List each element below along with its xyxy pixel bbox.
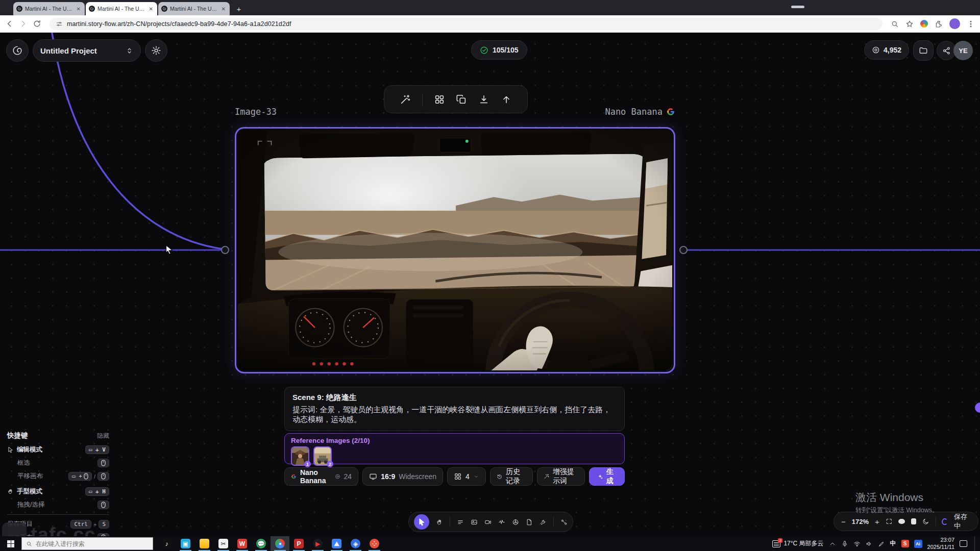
dark-mode-moon-icon[interactable] xyxy=(922,517,929,525)
taskbar-app-wps[interactable]: W xyxy=(233,536,252,551)
zoom-out-button[interactable]: − xyxy=(841,517,846,526)
zoom-icon[interactable] xyxy=(891,20,899,28)
dock-divider xyxy=(450,517,450,527)
illustrator-icon[interactable]: Ai xyxy=(914,540,922,548)
share-app-icon: ⁘ xyxy=(370,539,379,548)
zoom-in-button[interactable]: + xyxy=(875,517,879,526)
rectangle-tool-icon[interactable] xyxy=(911,518,916,524)
browser-tab-1[interactable]: Martini AI - The Ultimate AI ✕ xyxy=(13,2,85,15)
taskbar-app-explorer[interactable] xyxy=(195,536,214,551)
chevron-down-icon xyxy=(473,473,479,480)
pen-input-icon[interactable] xyxy=(878,540,885,547)
forward-icon[interactable] xyxy=(19,19,28,28)
hand-tool-icon[interactable] xyxy=(436,517,443,527)
taskbar-app-share-tool[interactable]: ⁘ xyxy=(365,536,384,551)
project-selector[interactable]: Untitled Project xyxy=(33,39,141,62)
3d-tool-icon[interactable] xyxy=(512,517,519,527)
extensions-puzzle-icon[interactable] xyxy=(935,20,943,28)
browser-tab-3[interactable]: Martini AI - The Ultimate AI ✕ xyxy=(158,2,230,15)
taskbar-app-douyin[interactable]: ♪ xyxy=(157,536,176,551)
batch-count-selector[interactable]: 4 xyxy=(447,467,486,486)
browser-tab-2-active[interactable]: Martini AI - The Ultimate AI ✕ xyxy=(86,2,157,15)
enhance-prompt-button[interactable]: 增强提示词 xyxy=(537,467,585,486)
enhance-wand-icon xyxy=(544,472,549,481)
reference-image-1[interactable]: 1 xyxy=(291,446,309,466)
zoom-level[interactable]: 172% xyxy=(852,518,869,525)
sogou-icon[interactable]: S xyxy=(901,540,909,547)
news-weather-widget[interactable]: 2 17°C 局部多云 xyxy=(772,539,823,548)
select-tool-active[interactable] xyxy=(414,514,429,530)
user-avatar[interactable]: YE xyxy=(953,41,973,60)
reference-images-panel[interactable]: Reference Images (2/10) 1 xyxy=(284,433,625,464)
back-icon[interactable] xyxy=(5,19,14,28)
action-center-icon[interactable] xyxy=(960,540,967,547)
taskbar-app-browser[interactable]: ◈ xyxy=(346,536,365,551)
shortcuts-hide-button[interactable]: 隐藏 xyxy=(97,432,109,440)
window-minimize-button[interactable] xyxy=(791,6,804,8)
generate-button[interactable]: 生成 xyxy=(589,467,625,486)
start-button[interactable] xyxy=(0,536,21,551)
aspect-ratio-selector[interactable]: 16:9 Widescreen xyxy=(362,467,443,486)
bookmark-star-icon[interactable] xyxy=(905,20,914,28)
site-settings-icon[interactable] xyxy=(56,20,63,28)
generated-image[interactable] xyxy=(238,130,672,370)
model-selector[interactable]: Nano Banana 24 xyxy=(284,467,358,486)
history-button[interactable]: 历史记录 xyxy=(490,467,533,486)
reload-icon[interactable] xyxy=(33,19,41,28)
image-tool-icon[interactable] xyxy=(471,517,478,527)
magic-wand-icon[interactable] xyxy=(400,94,411,105)
page-url[interactable]: martini.story-flow.art/zh-CN/projects/cf… xyxy=(67,20,291,28)
arrow-up-icon[interactable] xyxy=(501,94,512,105)
node-title[interactable]: Image-33 xyxy=(235,107,277,117)
reference-image-2[interactable]: 2 xyxy=(313,446,332,466)
ime-indicator[interactable]: 中 xyxy=(890,539,896,548)
volume-icon[interactable] xyxy=(866,540,873,547)
ellipse-tool-icon[interactable] xyxy=(898,519,905,524)
taskbar-search[interactable] xyxy=(21,537,153,550)
microphone-icon[interactable] xyxy=(841,540,848,547)
settings-button[interactable] xyxy=(145,39,167,62)
tab-close-icon[interactable]: ✕ xyxy=(220,6,227,12)
layout-grid-icon[interactable] xyxy=(434,94,445,105)
wifi-icon[interactable] xyxy=(853,540,861,547)
reference-badge: 2 xyxy=(327,461,333,467)
app-logo-button[interactable] xyxy=(6,39,29,62)
tab-close-icon[interactable]: ✕ xyxy=(148,6,154,12)
quota-badge[interactable]: 105/105 xyxy=(471,40,527,60)
extension-icon[interactable] xyxy=(920,20,928,28)
fit-view-icon[interactable] xyxy=(886,517,893,525)
connection-tool-icon[interactable] xyxy=(560,517,568,527)
projects-folder-button[interactable] xyxy=(913,40,934,61)
taskbar-app-pr[interactable]: P xyxy=(289,536,308,551)
show-desktop-button[interactable] xyxy=(974,536,977,551)
taskbar-app-chrome[interactable] xyxy=(271,536,289,551)
taskbar-app-jianying[interactable]: ✂ xyxy=(214,536,233,551)
browser-profile-avatar[interactable] xyxy=(949,18,960,29)
utility-tool-icon[interactable] xyxy=(540,517,547,527)
video-tool-icon[interactable] xyxy=(484,517,492,527)
text-tool-icon[interactable] xyxy=(457,517,464,527)
shortcut-box-select: 框选 xyxy=(7,459,109,467)
node-output-port[interactable] xyxy=(680,246,687,254)
duplicate-icon[interactable] xyxy=(456,94,467,105)
image-node[interactable] xyxy=(235,127,675,373)
browser-menu-icon[interactable] xyxy=(967,20,975,28)
document-tool-icon[interactable] xyxy=(526,517,533,527)
tab-close-icon[interactable]: ✕ xyxy=(76,6,82,12)
taskbar-clock[interactable]: 23:07 2025/11/11 xyxy=(927,537,954,550)
scene-prompt-panel[interactable]: Scene 9: 绝路逢生 提示词: 全景，驾驶员的主观视角，一道干涸的峡谷裂缝… xyxy=(284,387,625,431)
audio-tool-icon[interactable] xyxy=(498,517,505,527)
taskbar-app-wechat[interactable]: 💬 xyxy=(252,536,271,551)
new-tab-button[interactable]: + xyxy=(233,3,245,15)
download-icon[interactable] xyxy=(478,94,489,105)
node-input-port[interactable] xyxy=(222,246,229,254)
taskbar-app-bilibili[interactable]: ▣ xyxy=(176,536,195,551)
credits-badge[interactable]: 4,952 xyxy=(864,40,909,60)
taskbar-app-media-player[interactable]: ▶ xyxy=(308,536,327,551)
address-bar[interactable]: martini.story-flow.art/zh-CN/projects/cf… xyxy=(50,18,883,30)
flow-canvas[interactable]: Untitled Project 105/105 4,952 YE Image-… xyxy=(0,33,980,536)
sparkle-icon xyxy=(598,473,603,481)
hidden-icons-chevron[interactable] xyxy=(829,540,836,547)
search-input[interactable] xyxy=(36,540,138,547)
taskbar-app-photos[interactable]: ⛰ xyxy=(327,536,346,551)
